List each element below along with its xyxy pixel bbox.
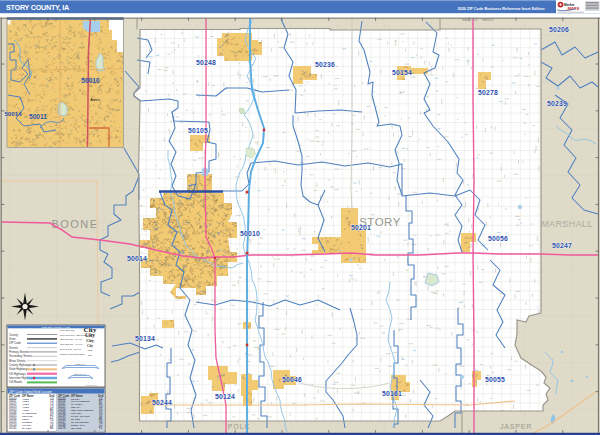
svg-text:50105: 50105 xyxy=(188,127,208,134)
svg-text:50278: 50278 xyxy=(58,426,66,430)
svg-text:Over 50,000 - 99,999: Over 50,000 - 99,999 xyxy=(60,338,83,341)
svg-text:50248: 50248 xyxy=(196,59,216,66)
svg-text:©MarketMAPS: ©MarketMAPS xyxy=(85,384,98,386)
svg-text:County: County xyxy=(9,333,18,337)
svg-text:Ames: Ames xyxy=(90,98,100,102)
svg-text:50134: 50134 xyxy=(135,335,155,342)
svg-text:50201: 50201 xyxy=(351,224,371,231)
svg-text:50154: 50154 xyxy=(392,69,412,76)
svg-text:F2: F2 xyxy=(99,426,103,430)
svg-text:Over 250,000: Over 250,000 xyxy=(60,329,75,332)
svg-text:Interst Hwy: Interst Hwy xyxy=(75,363,85,365)
svg-text:2020 ZIP Code Business Referen: 2020 ZIP Code Business Reference Inset E… xyxy=(457,7,545,11)
svg-text:Over 5,000 - 24,999: Over 5,000 - 24,999 xyxy=(60,348,82,351)
svg-text:50046: 50046 xyxy=(282,376,302,383)
svg-text:Minor Streets: Minor Streets xyxy=(9,359,26,363)
svg-text:50244: 50244 xyxy=(152,399,172,406)
svg-text:Toll Roads: Toll Roads xyxy=(9,380,23,384)
svg-text:STORY COUNTY, IA: STORY COUNTY, IA xyxy=(6,3,69,12)
svg-text:City: City xyxy=(86,338,95,343)
svg-text:B6: B6 xyxy=(50,426,54,430)
svg-text:50014: 50014 xyxy=(127,255,147,262)
svg-text:50236: 50236 xyxy=(315,61,335,68)
svg-text:50010: 50010 xyxy=(240,230,260,237)
svg-text:State/US Hwy: State/US Hwy xyxy=(74,373,86,375)
svg-text:Over 25,000 - 49,999: Over 25,000 - 49,999 xyxy=(60,343,83,346)
svg-text:MARSHALL: MARSHALL xyxy=(541,219,593,229)
svg-text:State Highways: State Highways xyxy=(9,367,29,371)
svg-text:50206: 50206 xyxy=(549,26,569,33)
svg-text:HAMILTON: HAMILTON xyxy=(462,18,477,22)
svg-text:ZIP Code: ZIP Code xyxy=(9,341,21,345)
svg-text:50278: 50278 xyxy=(478,89,498,96)
svg-text:Primary Streets: Primary Streets xyxy=(9,350,29,354)
svg-text:50055: 50055 xyxy=(485,376,505,383)
svg-text:HARDIN: HARDIN xyxy=(482,18,494,22)
svg-text:SLATER: SLATER xyxy=(22,427,31,430)
svg-text:50011: 50011 xyxy=(29,113,47,120)
svg-text:Under 5,000 and Name: Under 5,000 and Name xyxy=(60,353,86,356)
svg-text:50161: 50161 xyxy=(382,390,402,397)
svg-text:50014: 50014 xyxy=(4,110,22,117)
svg-text:50124: 50124 xyxy=(215,393,235,400)
svg-text:50056: 50056 xyxy=(488,235,508,242)
svg-text:ZIP Code Index/Grid Locator: ZIP Code Index/Grid Locator xyxy=(9,390,53,394)
svg-text:50010: 50010 xyxy=(81,77,100,84)
svg-text:City: City xyxy=(87,344,93,348)
svg-text:ZEARING: ZEARING xyxy=(71,427,82,430)
svg-text:50131: 50131 xyxy=(9,426,17,430)
svg-text:JASPER: JASPER xyxy=(500,423,532,430)
svg-text:50239: 50239 xyxy=(547,100,567,107)
svg-text:City: City xyxy=(88,354,92,356)
svg-text:50247: 50247 xyxy=(552,242,572,249)
